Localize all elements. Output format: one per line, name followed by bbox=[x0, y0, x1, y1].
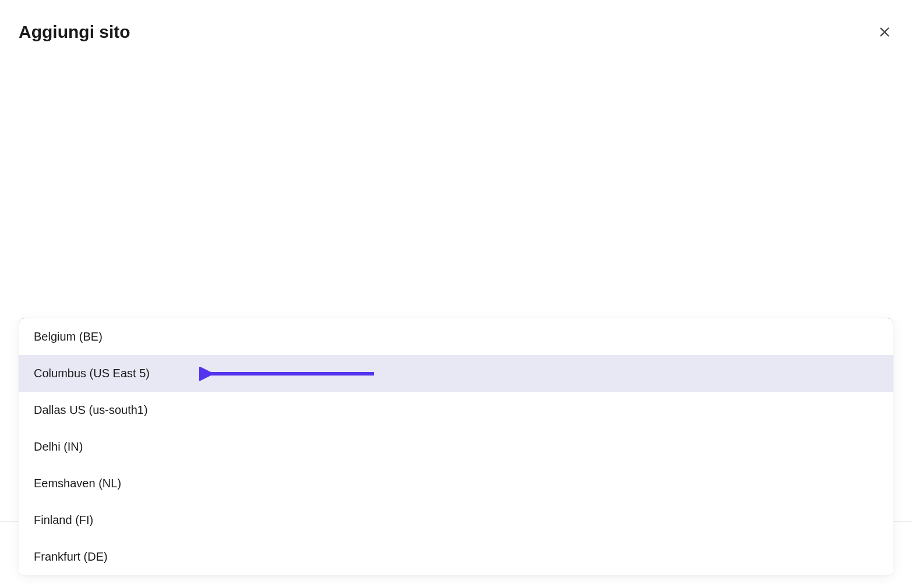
location-option[interactable]: Finland (FI) bbox=[19, 502, 893, 539]
location-option[interactable]: Delhi (IN) bbox=[19, 428, 893, 465]
close-button[interactable] bbox=[876, 23, 893, 41]
location-option-label: Belgium (BE) bbox=[34, 330, 102, 343]
location-option[interactable]: Belgium (BE) bbox=[19, 318, 893, 355]
page-title: Aggiungi sito bbox=[19, 22, 130, 42]
location-option-label: Finland (FI) bbox=[34, 513, 93, 526]
location-option[interactable]: Frankfurt (DE) bbox=[19, 539, 893, 575]
location-dropdown-list: Belgium (BE)Columbus (US East 5)Dallas U… bbox=[19, 318, 893, 575]
location-option-label: Delhi (IN) bbox=[34, 440, 83, 453]
location-option[interactable]: Dallas US (us-south1) bbox=[19, 392, 893, 428]
close-icon bbox=[878, 26, 891, 38]
modal-header: Aggiungi sito bbox=[0, 0, 912, 69]
location-option-label: Columbus (US East 5) bbox=[34, 367, 150, 380]
highlight-arrow-icon bbox=[199, 367, 374, 381]
location-option-label: Dallas US (us-south1) bbox=[34, 403, 148, 416]
location-option-label: Eemshaven (NL) bbox=[34, 477, 121, 490]
location-option-label: Frankfurt (DE) bbox=[34, 550, 108, 563]
modal-content: Belgium (BE)Columbus (US East 5)Dallas U… bbox=[0, 318, 912, 420]
location-option[interactable]: Columbus (US East 5) bbox=[19, 355, 893, 392]
location-option[interactable]: Eemshaven (NL) bbox=[19, 465, 893, 502]
